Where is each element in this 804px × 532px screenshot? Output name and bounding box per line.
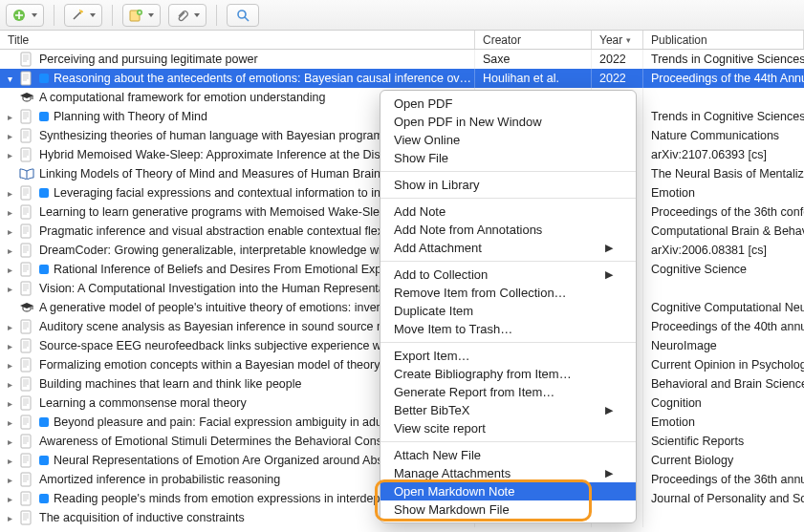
twisty-closed-icon[interactable]: ▸ bbox=[4, 321, 15, 332]
twisty-closed-icon[interactable]: ▸ bbox=[4, 340, 15, 351]
page-icon bbox=[19, 395, 34, 411]
attach-button[interactable] bbox=[168, 4, 206, 27]
item-title: Reading people's minds from emotion expr… bbox=[54, 492, 386, 505]
menu-item-label: Add to Collection bbox=[394, 267, 488, 282]
column-headers: Title Creator Year▾ Publication bbox=[0, 31, 804, 50]
table-row[interactable]: Perceiving and pursuing legitimate power… bbox=[0, 50, 804, 69]
twisty-closed-icon[interactable]: ▸ bbox=[4, 264, 15, 275]
page-icon bbox=[19, 109, 34, 124]
page-icon bbox=[19, 223, 34, 239]
menu-item[interactable]: Open Markdown Note bbox=[380, 482, 636, 500]
menu-item[interactable]: Attach New File bbox=[380, 446, 636, 464]
search-button[interactable] bbox=[227, 4, 259, 27]
twisty-closed-icon[interactable]: ▸ bbox=[4, 130, 15, 141]
new-note-button[interactable] bbox=[122, 4, 161, 27]
menu-item[interactable]: Add Note bbox=[380, 202, 636, 221]
menu-item[interactable]: View Online bbox=[380, 131, 636, 149]
menu-item[interactable]: View scite report bbox=[380, 419, 636, 437]
twisty-closed-icon[interactable]: ▸ bbox=[4, 493, 15, 504]
menu-item[interactable]: Show File bbox=[380, 149, 636, 167]
menu-item[interactable]: Move Item to Trash… bbox=[380, 320, 636, 338]
color-tag bbox=[39, 417, 49, 427]
menu-item[interactable]: Open PDF in New Window bbox=[380, 113, 636, 131]
color-tag bbox=[39, 456, 49, 465]
item-publication bbox=[643, 508, 804, 527]
menu-item[interactable]: Add Note from Annotations bbox=[380, 221, 636, 239]
item-title: Source-space EEG neurofeedback links sub… bbox=[39, 339, 394, 352]
menu-item-label: Manage Attachments bbox=[394, 466, 511, 480]
menu-item[interactable]: Add Attachment▶ bbox=[380, 239, 636, 257]
page-icon bbox=[19, 434, 34, 449]
menu-separator bbox=[380, 342, 636, 343]
menu-item-label: Move Item to Trash… bbox=[394, 322, 512, 336]
menu-item[interactable]: Generate Report from Item… bbox=[380, 383, 636, 401]
menu-item[interactable]: Add to Collection▶ bbox=[380, 266, 636, 284]
twisty-closed-icon[interactable]: ▸ bbox=[4, 111, 15, 122]
svg-line-5 bbox=[245, 17, 249, 21]
menu-item[interactable]: Duplicate Item bbox=[380, 302, 636, 320]
page-icon bbox=[19, 52, 34, 67]
item-title: Synthesizing theories of human language … bbox=[39, 129, 383, 142]
twisty-closed-icon[interactable]: ▸ bbox=[4, 397, 15, 409]
table-row[interactable]: ▾Reasoning about the antecedents of emot… bbox=[0, 69, 804, 88]
column-creator[interactable]: Creator bbox=[475, 31, 592, 49]
twisty-closed-icon[interactable]: ▸ bbox=[4, 206, 15, 218]
toolbar-separator bbox=[112, 5, 113, 26]
color-tag bbox=[39, 74, 49, 83]
menu-item[interactable]: Show in Library bbox=[380, 176, 636, 194]
menu-separator bbox=[380, 261, 636, 262]
item-title: A generative model of people's intuitive… bbox=[39, 301, 380, 314]
twisty-closed-icon[interactable]: ▸ bbox=[4, 283, 15, 294]
item-title: Hybrid Memoised Wake-Sleep: Approximate … bbox=[39, 148, 386, 161]
item-publication: Nature Communications bbox=[643, 126, 804, 145]
column-title[interactable]: Title bbox=[0, 31, 475, 49]
search-icon bbox=[236, 9, 250, 22]
submenu-arrow-icon: ▶ bbox=[605, 467, 613, 479]
menu-item[interactable]: Export Item… bbox=[380, 347, 636, 365]
twisty-closed-icon[interactable]: ▸ bbox=[4, 149, 15, 160]
item-title: A computational framework for emotion un… bbox=[39, 91, 325, 104]
item-title: Linking Models of Theory of Mind and Mea… bbox=[39, 167, 391, 181]
item-publication: Proceedings of the 36th confe bbox=[643, 202, 804, 222]
menu-item[interactable]: Open PDF bbox=[380, 95, 636, 113]
twisty-closed-icon[interactable]: ▸ bbox=[4, 225, 15, 237]
twisty-closed-icon[interactable]: ▸ bbox=[4, 378, 15, 390]
menu-item-label: Show File bbox=[394, 151, 448, 165]
menu-item[interactable]: Better BibTeX▶ bbox=[380, 401, 636, 419]
menu-separator bbox=[380, 441, 636, 442]
lookup-button[interactable] bbox=[64, 4, 102, 27]
column-publication[interactable]: Publication bbox=[643, 31, 804, 49]
item-publication bbox=[643, 279, 804, 298]
menu-item[interactable]: Show Markdown File bbox=[380, 500, 636, 519]
item-publication: Cognitive Computational Neur bbox=[643, 298, 804, 317]
new-item-button[interactable] bbox=[6, 4, 44, 27]
twisty-closed-icon[interactable]: ▸ bbox=[4, 416, 15, 428]
item-publication: Cognition bbox=[643, 394, 804, 413]
menu-item[interactable]: Create Bibliography from Item… bbox=[380, 365, 636, 383]
menu-item[interactable]: Manage Attachments▶ bbox=[380, 464, 636, 482]
item-title: Learning to learn generative programs wi… bbox=[39, 205, 386, 219]
item-year: 2022 bbox=[592, 69, 643, 88]
twisty-closed-icon[interactable]: ▸ bbox=[4, 245, 15, 256]
toolbar bbox=[0, 0, 804, 31]
wand-icon bbox=[71, 9, 84, 22]
item-title: Amortized inference in probabilistic rea… bbox=[39, 473, 280, 486]
column-year[interactable]: Year▾ bbox=[592, 31, 643, 49]
menu-item[interactable]: Remove Item from Collection… bbox=[380, 284, 636, 302]
twisty-closed-icon[interactable]: ▸ bbox=[4, 187, 15, 199]
page-icon bbox=[19, 491, 34, 506]
column-creator-label: Creator bbox=[483, 33, 521, 47]
page-icon bbox=[19, 319, 34, 334]
page-icon bbox=[19, 357, 34, 372]
twisty-closed-icon[interactable]: ▸ bbox=[4, 455, 15, 466]
twisty-closed-icon[interactable]: ▸ bbox=[4, 512, 15, 523]
item-title: Rational Inference of Beliefs and Desire… bbox=[54, 263, 392, 276]
paperclip-icon bbox=[175, 9, 188, 22]
twisty-open-icon[interactable]: ▾ bbox=[4, 73, 15, 84]
menu-item-label: Attach New File bbox=[394, 448, 481, 462]
twisty-closed-icon[interactable]: ▸ bbox=[4, 436, 15, 447]
item-title: Building machines that learn and think l… bbox=[39, 377, 301, 391]
twisty-closed-icon[interactable]: ▸ bbox=[4, 359, 15, 371]
item-publication: Proceedings of the 44th Annu bbox=[643, 69, 804, 88]
twisty-closed-icon[interactable]: ▸ bbox=[4, 474, 15, 485]
